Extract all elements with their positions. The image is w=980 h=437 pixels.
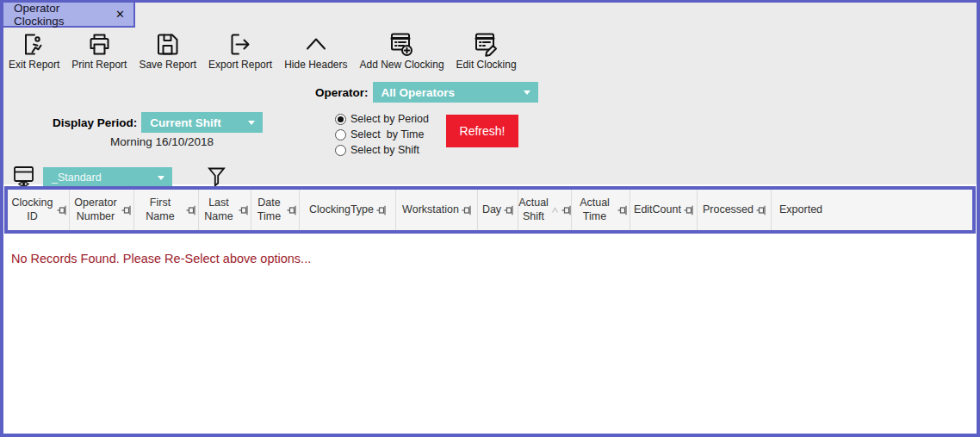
toolbar-button-label: Exit Report [9,59,59,71]
tab-operator-clockings[interactable]: Operator Clockings ✕ [3,3,135,28]
toolbar-button-add-new-clocking[interactable]: Add New Clocking [360,31,444,71]
toolbar-button-label: Save Report [139,59,196,71]
save-icon [155,31,180,57]
operator-dropdown-value: All Operators [381,86,456,99]
edit-clocking-icon [473,31,499,57]
column-header-label: Operator Number [72,197,119,223]
tab-title: Operator Clockings [14,2,105,28]
printer-icon [87,31,112,57]
operator-dropdown[interactable]: All Operators [373,82,538,103]
radio-select-by-time[interactable]: Select by Time [335,128,429,140]
column-header-label: First Name [137,197,183,223]
display-period-dropdown-value: Current Shift [150,116,221,129]
operator-row: Operator: All Operators [315,82,538,103]
column-header-editcount[interactable]: EditCount [630,190,698,230]
column-header-day[interactable]: Day [478,190,518,230]
column-pin-icon[interactable] [57,205,66,215]
column-pin-icon[interactable] [239,205,248,215]
operator-label: Operator: [315,86,369,99]
column-header-date-time[interactable]: Date Time [251,190,300,230]
display-period-row: Display Period: Current Shift [53,112,263,133]
column-header-first-name[interactable]: First Name [134,190,199,230]
toolbar-button-label: Print Report [71,59,127,71]
toolbar-button-exit-report[interactable]: Exit Report [9,31,59,71]
column-header-processed[interactable]: Processed [698,190,772,230]
operator-clockings-window: Operator Clockings ✕ Exit Report Print R… [0,0,980,437]
display-period-label: Display Period: [53,116,137,129]
period-detail-text: Morning 16/10/2018 [110,135,214,148]
column-pin-icon[interactable] [617,205,627,215]
chevron-down-icon [158,176,164,180]
column-pin-icon[interactable] [756,205,766,215]
column-header-last-name[interactable]: Last Name [199,190,251,230]
exit-report-icon [22,31,47,57]
radio-selected-icon [335,114,346,125]
column-header-clockingtype[interactable]: ClockingType [300,190,396,230]
column-header-clocking-id[interactable]: Clocking ID [8,190,70,230]
column-pin-icon[interactable] [376,205,386,215]
chevron-up-icon [301,31,331,57]
column-pin-icon[interactable] [287,205,296,215]
column-pin-icon[interactable] [684,205,693,215]
toolbar-button-save-report[interactable]: Save Report [139,31,196,71]
column-header-label: EditCount [634,203,681,217]
layout-dropdown[interactable]: _Standard [43,167,172,187]
toolbar: Exit Report Print Report Save Report Exp… [9,31,517,71]
column-pin-icon[interactable] [121,205,131,215]
export-icon [227,31,253,57]
toolbar-button-label: Export Report [208,59,272,71]
column-header-workstation[interactable]: Workstation [396,190,478,230]
column-header-label: Exported [779,203,822,217]
refresh-button[interactable]: Refresh! [446,115,518,147]
toolbar-button-hide-headers[interactable]: Hide Headers [284,31,347,71]
radio-group: Select by PeriodSelect by TimeSelect by … [335,113,429,156]
chevron-down-icon [524,91,530,95]
empty-message: No Records Found. Please Re-Select above… [11,252,311,265]
toolbar-button-label: Hide Headers [284,59,347,71]
radio-select-by-period[interactable]: Select by Period [335,113,429,125]
radio-label: Select by Shift [350,144,419,156]
radio-label: Select by Period [350,113,429,125]
column-header-label: Clocking ID [10,197,54,223]
column-header-actual-shift[interactable]: Actual Shift [518,190,572,230]
column-pin-icon[interactable] [462,205,471,215]
radio-unselected-icon [335,129,346,140]
toolbar-button-export-report[interactable]: Export Report [208,31,272,71]
chevron-down-icon [248,121,255,125]
column-header-label: ClockingType [309,203,374,217]
display-period-dropdown[interactable]: Current Shift [141,112,263,133]
toolbar-button-label: Add New Clocking [360,59,444,71]
table-header-row: Clocking ID Operator Number First Name L… [4,186,976,234]
column-pin-icon[interactable] [504,205,513,215]
column-header-label: Actual Time [574,197,615,223]
column-header-label: Actual Shift [518,197,549,223]
toolbar-button-edit-clocking[interactable]: Edit Clocking [456,31,517,71]
column-header-label: Workstation [402,203,459,217]
layout-dropdown-value: _Standard [52,172,102,184]
radio-label: Select by Time [350,128,424,140]
column-pin-icon[interactable] [561,205,571,215]
column-header-label: Processed [703,203,754,217]
column-pin-icon[interactable] [186,205,195,215]
add-clocking-icon [388,31,415,57]
column-header-operator-number[interactable]: Operator Number [70,190,134,230]
toolbar-button-print-report[interactable]: Print Report [71,31,127,71]
column-header-label: Date Time [254,197,284,223]
column-header-exported[interactable]: Exported [772,190,972,230]
column-header-label: Last Name [202,197,236,223]
radio-unselected-icon [335,145,346,156]
toolbar-button-label: Edit Clocking [456,59,517,71]
radio-select-by-shift[interactable]: Select by Shift [335,144,429,156]
sort-ascending-icon [551,207,559,214]
close-icon[interactable]: ✕ [115,9,125,20]
column-header-actual-time[interactable]: Actual Time [572,190,630,230]
column-header-label: Day [482,203,501,217]
